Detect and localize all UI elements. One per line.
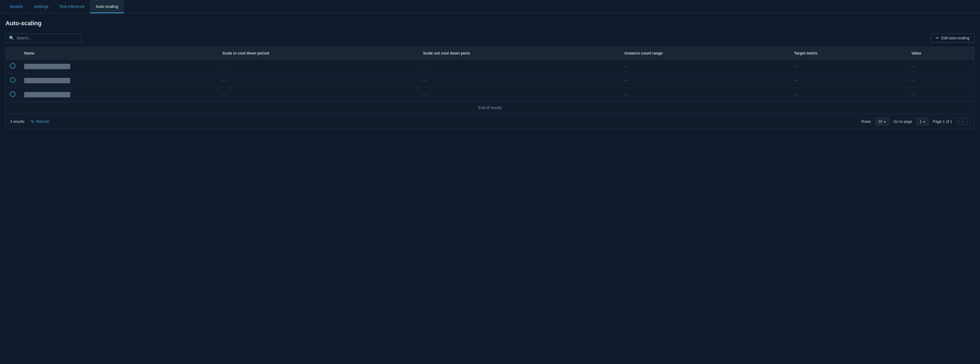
go-to-page-label: Go to page [894, 119, 912, 124]
rows-label: Rows [861, 119, 871, 124]
row-1-name [20, 59, 218, 73]
row-2-name [20, 73, 218, 87]
chevron-down-icon [923, 119, 926, 124]
table-row: - - - - - - - - - - [6, 87, 974, 102]
col-scale-out: Scale out cool down perio [419, 47, 620, 59]
row-3-select[interactable] [6, 87, 20, 102]
next-page-button[interactable]: › [964, 118, 970, 125]
col-target-metric: Target metric [789, 47, 907, 59]
footer-left: 3 results Refresh [10, 119, 49, 124]
row-3-instance-count: - - [620, 87, 789, 102]
row-3-value: - - [907, 87, 974, 102]
search-icon: 🔍 [9, 35, 14, 41]
edit-icon [936, 36, 939, 40]
page-select[interactable]: 1 [916, 118, 929, 125]
radio-button[interactable] [10, 63, 16, 68]
table-header-row: Name Scale in cool down period Scale out… [6, 47, 974, 59]
rows-select[interactable]: 10 [875, 118, 889, 125]
toolbar: 🔍 Edit auto-scaling [5, 33, 975, 43]
row-2-select[interactable] [6, 73, 20, 87]
name-placeholder [24, 78, 70, 83]
col-name: Name [20, 47, 218, 59]
row-1-scale-in: - - [218, 59, 418, 73]
col-instance-count: Instance count range [620, 47, 789, 59]
tab-test-inference[interactable]: Test inference [54, 0, 90, 13]
row-2-scale-in: - - [218, 73, 418, 87]
refresh-button[interactable]: Refresh [31, 119, 49, 124]
auto-scaling-table: Name Scale in cool down period Scale out… [5, 47, 975, 129]
footer-right: Rows 10 Go to page 1 Page 1 of 1 ‹ › [861, 118, 970, 125]
table-row: - - - - - - - - - - [6, 73, 974, 87]
name-placeholder [24, 92, 70, 97]
row-3-scale-out: - - [419, 87, 620, 102]
row-1-value: - - [907, 59, 974, 73]
row-2-scale-out: - - [419, 73, 620, 87]
table-row: - - - - - - - - - - [6, 59, 974, 73]
search-container[interactable]: 🔍 [5, 33, 81, 43]
row-3-target-metric: - - [789, 87, 907, 102]
table-footer: 3 results Refresh Rows 10 Go to page 1 P… [6, 114, 974, 129]
search-input[interactable] [16, 36, 78, 40]
tab-settings[interactable]: Settings [28, 0, 54, 13]
col-value: Value [907, 47, 974, 59]
refresh-icon [31, 119, 35, 124]
prev-page-button[interactable]: ‹ [957, 118, 963, 125]
pagination-nav: ‹ › [957, 118, 970, 125]
row-2-value: - - [907, 73, 974, 87]
tab-auto-scaling[interactable]: Auto-scaling [90, 0, 124, 13]
row-1-select[interactable] [6, 59, 20, 73]
page-title: Auto-scaling [5, 20, 975, 27]
name-placeholder [24, 64, 70, 69]
row-3-name [20, 87, 218, 102]
row-3-scale-in: - - [218, 87, 418, 102]
row-1-scale-out: - - [419, 59, 620, 73]
row-2-instance-count: - - [620, 73, 789, 87]
results-count: 3 results [10, 119, 24, 124]
edit-auto-scaling-button[interactable]: Edit auto-scaling [931, 33, 975, 43]
row-1-instance-count: - - [620, 59, 789, 73]
tab-bar: Models Settings Test inference Auto-scal… [0, 0, 980, 13]
page-content: Auto-scaling 🔍 Edit auto-scaling Name Sc… [0, 13, 980, 136]
col-scale-in: Scale in cool down period [218, 47, 418, 59]
col-select [6, 47, 20, 59]
chevron-down-icon [883, 119, 886, 124]
tab-models[interactable]: Models [4, 0, 28, 13]
row-1-target-metric: - - [789, 59, 907, 73]
radio-button[interactable] [10, 91, 16, 97]
page-info: Page 1 of 1 [933, 119, 952, 124]
row-2-target-metric: - - [789, 73, 907, 87]
end-of-results: End of results [6, 102, 974, 114]
radio-button[interactable] [10, 77, 16, 83]
